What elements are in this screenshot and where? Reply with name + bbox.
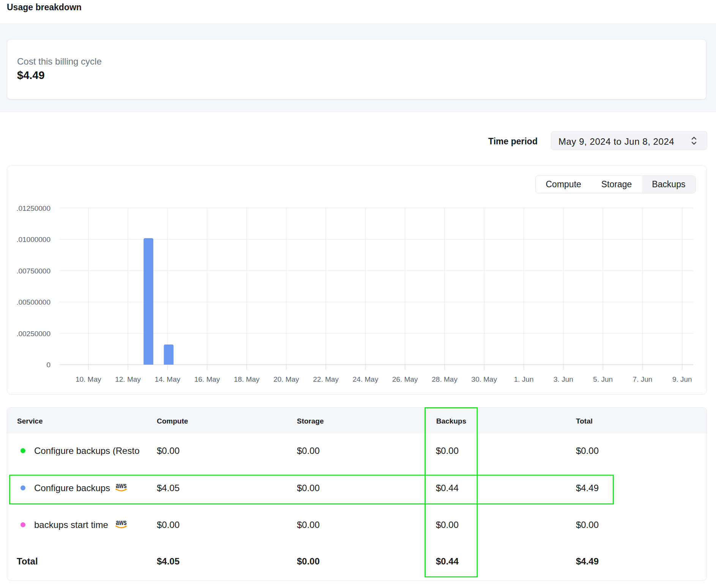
svg-text:22. May: 22. May: [313, 375, 339, 383]
svg-text:10. May: 10. May: [76, 375, 101, 383]
svg-text:14. May: 14. May: [155, 375, 180, 383]
svg-text:30. May: 30. May: [472, 375, 497, 383]
svg-text:12. May: 12. May: [115, 375, 141, 383]
svg-text:3. Jun: 3. Jun: [554, 375, 573, 383]
svg-text:5. Jun: 5. Jun: [593, 375, 613, 383]
svg-text:7. Jun: 7. Jun: [633, 375, 653, 383]
svg-text:28. May: 28. May: [432, 375, 457, 383]
svg-text:.00250000: .00250000: [16, 330, 50, 338]
svg-text:0: 0: [46, 361, 50, 369]
svg-text:26. May: 26. May: [392, 375, 418, 383]
svg-text:24. May: 24. May: [353, 375, 379, 383]
svg-text:9. Jun: 9. Jun: [672, 375, 692, 383]
svg-text:.00500000: .00500000: [16, 298, 50, 306]
svg-text:16. May: 16. May: [194, 375, 220, 383]
svg-text:.00750000: .00750000: [16, 267, 50, 275]
svg-text:1. Jun: 1. Jun: [514, 375, 534, 383]
svg-text:.01250000: .01250000: [16, 204, 50, 212]
svg-text:.01000000: .01000000: [16, 236, 50, 243]
svg-text:20. May: 20. May: [273, 375, 299, 383]
svg-text:18. May: 18. May: [234, 375, 260, 383]
